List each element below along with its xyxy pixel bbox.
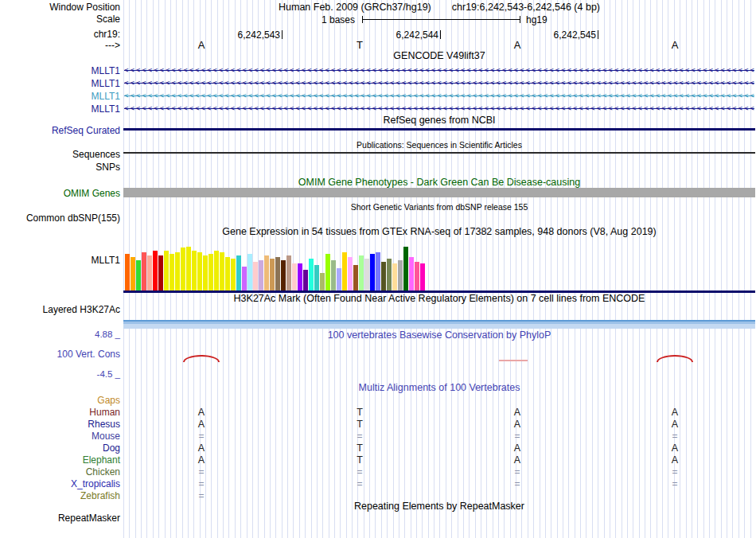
gtex-expression-bar bbox=[242, 267, 247, 290]
repeatmasker-title: Repeating Elements by RepeatMasker bbox=[123, 501, 755, 512]
gtex-expression-bar bbox=[147, 255, 152, 290]
gtex-expression-bar bbox=[370, 254, 375, 290]
gene-label[interactable]: MLLT1 bbox=[0, 66, 120, 76]
gtex-expression-bar bbox=[359, 255, 364, 290]
alignment-base: A bbox=[514, 454, 520, 466]
genome-browser-image: Window Position Human Feb. 2009 (GRCh37/… bbox=[0, 0, 756, 538]
species-label[interactable]: Human bbox=[0, 407, 120, 419]
gtex-expression-bar bbox=[136, 260, 141, 290]
multiz-row-x_tropicalis: X_tropicalis==== bbox=[0, 478, 756, 490]
species-label[interactable]: X_tropicalis bbox=[0, 478, 120, 490]
gtex-expression-bar bbox=[259, 260, 263, 290]
gene-intron-line[interactable]: <<<<<<<<<<<<<<<<<<<<<<<<<<<<<<<<<<<<<<<<… bbox=[124, 90, 754, 103]
alignment-base: A bbox=[672, 442, 678, 454]
alignment-base: A bbox=[514, 442, 520, 454]
alignment-base: = bbox=[672, 466, 677, 478]
dbsnp-title: Short Genetic Variants from dbSNP releas… bbox=[123, 202, 755, 212]
gtex-expression-bar bbox=[170, 254, 174, 290]
phylop-title: 100 vertebrates Basewise Conservation by… bbox=[123, 330, 755, 341]
h3k27ac-signal-track[interactable] bbox=[123, 320, 755, 329]
gene-intron-line[interactable]: <<<<<<<<<<<<<<<<<<<<<<<<<<<<<<<<<<<<<<<<… bbox=[124, 64, 754, 77]
gtex-expression-bar bbox=[331, 260, 336, 290]
multiz-row-chicken: Chicken==== bbox=[0, 466, 756, 478]
omim-genes-label[interactable]: OMIM Genes bbox=[0, 189, 120, 199]
alignment-base: = bbox=[198, 490, 204, 502]
gene-label[interactable]: MLLT1 bbox=[0, 92, 120, 102]
gtex-expression-bar bbox=[142, 252, 146, 290]
gene-label[interactable]: MLLT1 bbox=[0, 79, 120, 89]
common-dbsnp-label[interactable]: Common dbSNP(155) bbox=[0, 213, 120, 224]
gtex-expression-bar bbox=[381, 262, 386, 290]
species-label[interactable]: Rhesus bbox=[0, 419, 120, 431]
refseq-title: RefSeq genes from NCBI bbox=[123, 115, 755, 126]
gtex-gene-label[interactable]: MLLT1 bbox=[0, 255, 120, 266]
scale-assembly: hg19 bbox=[526, 14, 548, 25]
gene-row: MLLT1<<<<<<<<<<<<<<<<<<<<<<<<<<<<<<<<<<<… bbox=[0, 90, 756, 103]
alignment-base: = bbox=[357, 466, 362, 478]
h3k27ac-title: H3K27Ac Mark (Often Found Near Active Re… bbox=[123, 294, 755, 304]
sequences-label[interactable]: Sequences bbox=[0, 150, 120, 160]
gtex-expression-bar bbox=[403, 247, 408, 290]
multiz-row-human: HumanATAA bbox=[0, 407, 756, 419]
repeatmasker-label[interactable]: RepeatMasker bbox=[0, 513, 120, 524]
gene-label[interactable]: MLLT1 bbox=[0, 104, 120, 115]
gtex-expression-bar bbox=[392, 263, 397, 290]
gtex-expression-bar bbox=[320, 273, 325, 290]
gtex-expression-bar bbox=[247, 254, 252, 290]
refseq-dense-track[interactable] bbox=[123, 128, 755, 131]
gtex-expression-bar bbox=[186, 247, 191, 290]
gtex-expression-bar bbox=[286, 255, 291, 290]
gene-intron-line[interactable]: <<<<<<<<<<<<<<<<<<<<<<<<<<<<<<<<<<<<<<<<… bbox=[124, 103, 754, 115]
ruler-base: A bbox=[198, 40, 205, 50]
layered-h3k27ac-label[interactable]: Layered H3K27Ac bbox=[0, 305, 120, 315]
multiz-title: Multiz Alignments of 100 Vertebrates bbox=[123, 383, 755, 393]
species-label[interactable]: Mouse bbox=[0, 431, 120, 442]
alignment-base: = bbox=[357, 431, 362, 442]
gtex-bars[interactable] bbox=[125, 243, 425, 290]
gtex-expression-bar bbox=[348, 257, 353, 290]
gtex-expression-bar bbox=[415, 262, 419, 290]
gtex-expression-bar bbox=[364, 259, 369, 290]
gtex-expression-bar bbox=[342, 252, 347, 290]
gtex-expression-bar bbox=[125, 254, 130, 290]
scale-bar bbox=[362, 16, 520, 23]
species-label[interactable]: Zebrafish bbox=[0, 490, 120, 502]
gtex-expression-bar bbox=[325, 254, 330, 290]
gtex-expression-bar bbox=[275, 257, 280, 290]
gene-intron-line[interactable]: <<<<<<<<<<<<<<<<<<<<<<<<<<<<<<<<<<<<<<<<… bbox=[124, 77, 754, 90]
vert-cons-label[interactable]: 100 Vert. Cons bbox=[0, 349, 120, 360]
gtex-expression-bar bbox=[420, 263, 425, 290]
phylop-flat-mark[interactable] bbox=[499, 360, 528, 361]
alignment-base: A bbox=[198, 419, 205, 431]
gtex-expression-bar bbox=[214, 251, 219, 290]
ruler-bases: ATAA bbox=[0, 40, 756, 51]
gene-row: MLLT1<<<<<<<<<<<<<<<<<<<<<<<<<<<<<<<<<<<… bbox=[0, 64, 756, 77]
publications-title: Publications: Sequences in Scientific Ar… bbox=[123, 140, 755, 150]
gtex-expression-bar bbox=[197, 252, 202, 290]
omim-genes-track[interactable] bbox=[123, 188, 755, 197]
species-label[interactable]: Dog bbox=[0, 442, 120, 454]
alignment-base: A bbox=[514, 419, 520, 431]
gtex-expression-bar bbox=[203, 255, 208, 290]
species-label[interactable]: Chicken bbox=[0, 466, 120, 478]
snps-label[interactable]: SNPs bbox=[0, 162, 120, 173]
coord-tick bbox=[598, 30, 598, 39]
scale-value: 1 bases bbox=[263, 14, 355, 25]
publications-dense-track[interactable] bbox=[123, 152, 755, 154]
gtex-expression-bar bbox=[225, 257, 230, 290]
gtex-expression-bar bbox=[353, 265, 358, 290]
alignment-base: A bbox=[514, 407, 520, 419]
alignment-base: = bbox=[198, 466, 204, 478]
species-label[interactable]: Gaps bbox=[0, 395, 120, 407]
scale-bar-line bbox=[363, 19, 520, 20]
gtex-expression-bar bbox=[264, 255, 269, 290]
gtex-expression-bar bbox=[231, 259, 236, 290]
refseq-curated-label[interactable]: RefSeq Curated bbox=[0, 126, 120, 136]
gene-row: MLLT1<<<<<<<<<<<<<<<<<<<<<<<<<<<<<<<<<<<… bbox=[0, 103, 756, 115]
position-range: chr19:6,242,543-6,242,546 (4 bp) bbox=[452, 2, 600, 13]
gtex-expression-bar bbox=[298, 263, 302, 290]
gtex-expression-bar bbox=[281, 260, 286, 290]
species-label[interactable]: Elephant bbox=[0, 454, 120, 466]
gtex-expression-bar bbox=[158, 255, 163, 290]
multiz-row-elephant: ElephantATAA bbox=[0, 454, 756, 466]
